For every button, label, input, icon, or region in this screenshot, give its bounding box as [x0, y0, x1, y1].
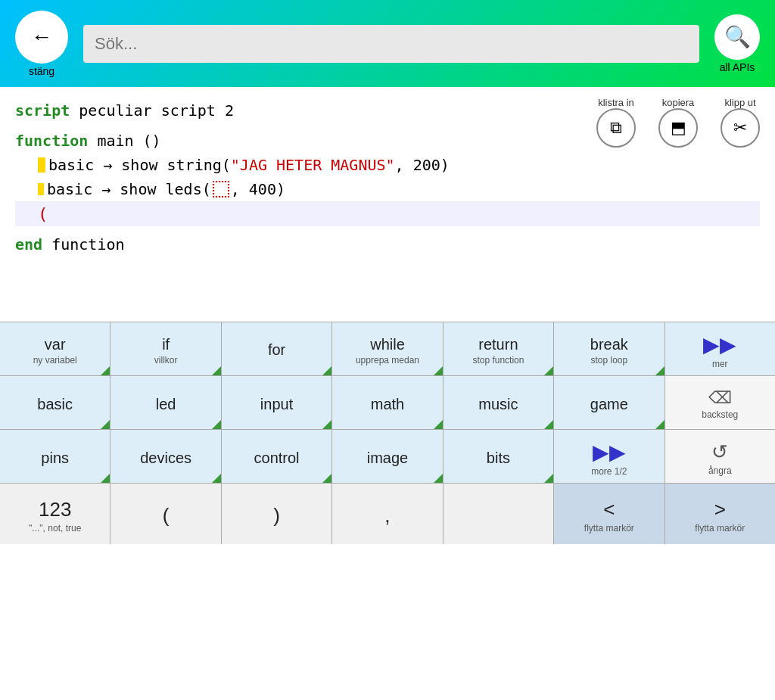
tri-image [434, 474, 443, 483]
cursor-icon-2 [38, 183, 44, 195]
tri-devices [212, 474, 221, 483]
key-bits[interactable]: bits [444, 430, 554, 483]
tri-input [322, 420, 331, 429]
paste-label: klistra in [598, 97, 634, 108]
cut-label: klipp ut [724, 97, 755, 108]
tri-break [655, 366, 665, 375]
more-nav-icon: ▶▶ [593, 440, 626, 465]
key-var[interactable]: var ny variabel [0, 322, 110, 375]
key-cursor-left[interactable]: < flytta markör [554, 484, 665, 544]
code-line-2: basic → show leds(, 400) [15, 177, 760, 201]
function-keyword: function [15, 132, 88, 150]
key-close-paren[interactable]: ) [222, 484, 332, 544]
tri-control [322, 474, 331, 483]
key-backspace[interactable]: ⌫ backsteg [665, 376, 775, 429]
search-input[interactable] [83, 25, 699, 63]
key-devices[interactable]: devices [110, 430, 221, 483]
tri-if [212, 366, 221, 375]
line2-post: , 400) [231, 177, 285, 201]
copy-label: kopiera [662, 97, 695, 108]
tri-return [544, 366, 553, 375]
tri-pins [101, 474, 110, 483]
api-label: all APIs [720, 61, 755, 73]
tri-while [434, 366, 443, 375]
keyboard-row-4: 123 "...", not, true ( ) , < flytta mark… [0, 483, 775, 544]
script-keyword: script [15, 101, 70, 120]
key-comma[interactable]: , [332, 484, 443, 544]
copy-icon: ⬒ [658, 108, 698, 148]
key-cursor-right[interactable]: > flytta markör [665, 484, 775, 544]
keyboard-row-1: var ny variabel if villkor for while upp… [0, 322, 775, 375]
key-input[interactable]: input [222, 376, 332, 429]
key-music[interactable]: music [444, 376, 554, 429]
tri-math [434, 420, 443, 429]
key-return[interactable]: return stop function [444, 322, 554, 375]
tri-bits [544, 474, 553, 483]
key-pins[interactable]: pins [0, 430, 110, 483]
code-area: klistra in ⧉ kopiera ⬒ klipp ut ✂ script… [0, 87, 775, 322]
back-label: stäng [29, 65, 54, 77]
key-break[interactable]: break stop loop [554, 322, 665, 375]
line1-pre: basic → show string( [48, 153, 231, 177]
paste-button[interactable]: klistra in ⧉ [596, 95, 636, 148]
end-keyword: end [15, 235, 42, 254]
cursor-icon-1 [38, 157, 45, 173]
tri-var [101, 366, 110, 375]
line2-pre: basic → show leds( [47, 177, 211, 201]
paste-icon: ⧉ [596, 108, 636, 148]
function-name: main () [97, 132, 160, 150]
key-control[interactable]: control [222, 430, 332, 483]
key-led[interactable]: led [110, 376, 221, 429]
key-open-paren[interactable]: ( [110, 484, 221, 544]
key-math[interactable]: math [332, 376, 443, 429]
tri-basic [101, 420, 110, 429]
key-if[interactable]: if villkor [110, 322, 221, 375]
back-button[interactable]: ← [15, 11, 68, 64]
header: ← stäng 🔍 all APIs [0, 0, 775, 87]
api-button[interactable]: 🔍 all APIs [714, 14, 760, 73]
cut-icon: ✂ [721, 108, 760, 148]
clipboard-bar: klistra in ⧉ kopiera ⬒ klipp ut ✂ [596, 95, 760, 148]
cut-button[interactable]: klipp ut ✂ [721, 95, 760, 148]
leds-icon [213, 181, 229, 198]
code-line-1: basic → show string("JAG HETER MAGNUS", … [15, 153, 760, 177]
tri-led [212, 420, 221, 429]
key-for[interactable]: for [222, 322, 332, 375]
tri-music [544, 420, 553, 429]
tri-game [655, 420, 665, 429]
key-empty [444, 484, 554, 544]
end-line: end function [15, 232, 760, 257]
key-undo[interactable]: ↺ ångra [665, 430, 775, 483]
line1-post: , 200) [395, 153, 450, 177]
backspace-icon: ⌫ [708, 388, 732, 408]
key-while[interactable]: while upprepa medan [332, 322, 443, 375]
key-more-nav[interactable]: ▶▶ more 1/2 [554, 430, 665, 483]
key-basic[interactable]: basic [0, 376, 110, 429]
undo-icon: ↺ [711, 440, 728, 464]
keyboard-row-3: pins devices control image bits ▶▶ more … [0, 429, 775, 483]
search-icon: 🔍 [714, 14, 760, 60]
key-game[interactable]: game [554, 376, 665, 429]
tri-for [322, 366, 331, 375]
end-label: function [51, 235, 124, 254]
key-image[interactable]: image [332, 430, 443, 483]
copy-button[interactable]: kopiera ⬒ [658, 95, 698, 148]
keyboard: var ny variabel if villkor for while upp… [0, 322, 775, 544]
key-123[interactable]: 123 "...", not, true [0, 484, 110, 544]
next-page-icon-1: ▶▶ [703, 332, 736, 357]
keyboard-row-2: basic led input math music game ⌫ backst… [0, 375, 775, 429]
line1-string: "JAG HETER MAGNUS" [231, 153, 395, 177]
paren-line: ( [15, 201, 760, 226]
key-next-page-1[interactable]: ▶▶ mer [665, 322, 775, 375]
